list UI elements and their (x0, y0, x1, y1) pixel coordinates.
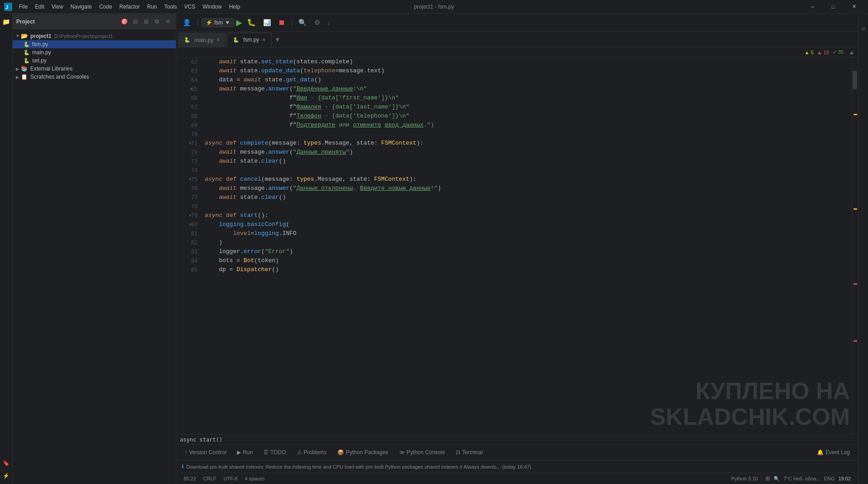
line-85: 85 (176, 265, 201, 274)
line-72: 72 (176, 148, 201, 157)
scrollbar-thumb[interactable] (853, 71, 857, 89)
status-linesep[interactable]: CRLF (200, 476, 220, 481)
warning-count[interactable]: ▲ 5 (805, 50, 814, 55)
locate-file-icon[interactable]: 🎯 (120, 17, 129, 26)
status-encoding[interactable]: UTF-8 (220, 476, 241, 481)
tab-python-console[interactable]: ≫ Python Console (395, 447, 450, 457)
tab-fsm-py[interactable]: 🐍 fsm.py ✕ (227, 33, 272, 47)
status-position[interactable]: 85:22 (180, 476, 200, 481)
menu-help[interactable]: Help (226, 2, 244, 12)
menu-vcs[interactable]: VCS (180, 2, 199, 12)
status-python-version[interactable]: Python 3.10 (727, 476, 761, 481)
tab-problems[interactable]: ⚠ Problems (292, 447, 331, 457)
vcs-tab-label: Version Control (189, 449, 226, 456)
menu-file[interactable]: File (15, 2, 31, 12)
ok-count[interactable]: ✓ 35 (833, 49, 844, 55)
tab-fsm-icon: 🐍 (233, 37, 239, 43)
problems-tab-icon: ⚠ (297, 449, 302, 456)
line-73: 73 (176, 157, 201, 166)
sidebar-icon-bookmarks[interactable]: 🔖 (1, 458, 12, 469)
sidebar-icon-structure[interactable]: ⚡ (1, 470, 12, 481)
tree-root-item[interactable]: ▼ 📂 project1 D:\PythonProjects\project1 (13, 32, 176, 40)
sidebar-icon-project[interactable]: 📁 (1, 16, 12, 27)
line-84: 84 (176, 256, 201, 265)
error-count[interactable]: ▲ 18 (817, 50, 829, 55)
taskbar-icon-windows: ⊞ (765, 475, 770, 482)
tab-terminal[interactable]: ⊡ Terminal (451, 447, 487, 457)
terminal-tab-icon: ⊡ (456, 449, 460, 456)
vcs-update-button[interactable]: ↓ (325, 18, 333, 27)
code-line-82: ) (205, 238, 848, 247)
python-console-tab-label: Python Console (407, 449, 445, 456)
code-line-68: f"Телефон - {data['telephone']}\n" (205, 112, 848, 121)
line-76: 76 (176, 184, 201, 193)
tab-main-label: main.py (194, 37, 213, 43)
file-set-label: set.py (32, 57, 47, 64)
tab-main-close-icon[interactable]: ✕ (216, 37, 220, 43)
right-scrollbar[interactable] (852, 57, 858, 434)
line-64: 64 (176, 75, 201, 85)
toolbar: 👤 ⚡ fsm ▼ ▶ 🐛 📊 ⏹ 🔍 ⚙ ↓ (176, 14, 858, 32)
expand-all-icon[interactable]: ⊞ (142, 17, 151, 26)
vcs-tab-icon: ↑ (184, 449, 187, 456)
tree-file-fsm[interactable]: 🐍 fsm.py (13, 40, 176, 48)
menu-view[interactable]: View (48, 2, 67, 12)
breadcrumb-code: async start() (180, 437, 222, 443)
code-line-72: await message.answer("Данные приняты") (205, 148, 848, 157)
run-config-name: fsm (214, 19, 223, 26)
run-button[interactable]: ▶ (236, 18, 242, 28)
toolbar-separator1 (198, 18, 198, 27)
menu-edit[interactable]: Edit (31, 2, 48, 12)
minimize-button[interactable]: ─ (802, 0, 823, 14)
system-tray-area: ⊞ 🔍 7°C Неб. обла... ENG 19:02 (761, 475, 854, 482)
scroll-up-icon[interactable]: ▲ (849, 49, 854, 56)
tab-fsm-close-icon[interactable]: ✕ (262, 37, 266, 43)
tab-todo[interactable]: ☰ TODO (259, 447, 290, 457)
stop-button[interactable]: ⏹ (275, 18, 288, 28)
maximize-button[interactable]: □ (823, 0, 844, 14)
tab-main-py[interactable]: 🐍 main.py ✕ (178, 33, 226, 47)
tab-version-control[interactable]: ↑ Version Control (180, 447, 231, 457)
main-layout: 📁 🔖 ⚡ Project 🎯 ⊟ ⊞ ⚙ ✕ ▼ 📂 project1 D:\… (0, 14, 868, 484)
code-line-79: async def start(): (205, 211, 848, 220)
tab-run[interactable]: ▶ Run (232, 447, 257, 457)
recent-files-icon[interactable]: 👤 (180, 18, 194, 28)
settings-icon[interactable]: ⚙ (152, 17, 161, 26)
debug-button[interactable]: 🐛 (244, 17, 259, 28)
status-bar: 85:22 CRLF UTF-8 4 spaces Python 3.10 ⊞ … (176, 473, 858, 484)
close-panel-icon[interactable]: ✕ (163, 17, 172, 26)
tree-external-libs[interactable]: ▶ 📚 External Libraries (13, 65, 176, 73)
run-tab-icon: ▶ (237, 449, 241, 456)
menu-run[interactable]: Run (143, 2, 160, 12)
code-line-70 (205, 130, 848, 139)
settings-button[interactable]: ⚙ (311, 18, 323, 28)
run-configuration[interactable]: ⚡ fsm ▼ (202, 18, 234, 27)
run-with-coverage[interactable]: 📊 (260, 18, 274, 27)
error-marker-2 (854, 340, 857, 342)
tree-file-set[interactable]: 🐍 set.py (13, 56, 176, 65)
line-62: 62 (176, 57, 201, 66)
recent-files-tab-icon[interactable]: ▼ (274, 36, 280, 43)
tab-event-log[interactable]: 🔔 Event Log (812, 447, 854, 457)
menu-navigate[interactable]: Navigate (67, 2, 95, 12)
notifications-side-icon[interactable]: N (859, 15, 868, 42)
root-folder-icon: 📂 (21, 33, 28, 39)
search-everywhere-button[interactable]: 🔍 (296, 18, 310, 28)
status-indent[interactable]: 4 spaces (241, 476, 268, 481)
menu-window[interactable]: Window (199, 2, 226, 12)
code-line-73: await state.clear() (205, 157, 848, 166)
close-button[interactable]: ✕ (844, 0, 864, 14)
collapse-all-icon[interactable]: ⊟ (131, 17, 140, 26)
menu-code[interactable]: Code (95, 2, 116, 12)
tree-scratches[interactable]: ▶ 📋 Scratches and Consoles (13, 73, 176, 81)
python-packages-tab-label: Python Packages (346, 449, 388, 456)
tree-file-main[interactable]: 🐍 main.py (13, 48, 176, 56)
code-line-75: async def cancel(message: types.Message,… (205, 175, 848, 184)
notif-info-icon: ℹ (182, 464, 184, 470)
line-69: 69 (176, 121, 201, 130)
menu-tools[interactable]: Tools (160, 2, 180, 12)
tab-python-packages[interactable]: 📦 Python Packages (333, 447, 392, 457)
line-77: 77 (176, 193, 201, 202)
menu-refactor[interactable]: Refactor (116, 2, 143, 12)
code-editor[interactable]: await state.set_state(states.complete) a… (201, 57, 852, 434)
